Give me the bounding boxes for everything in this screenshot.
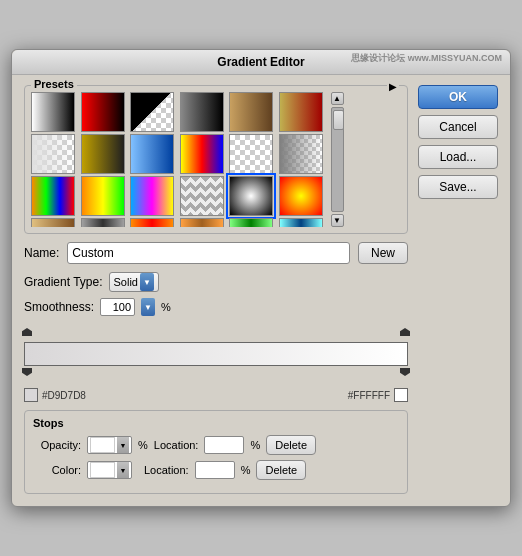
list-item[interactable] — [180, 134, 224, 174]
list-item[interactable] — [31, 176, 75, 216]
gradient-type-label: Gradient Type: — [24, 275, 103, 289]
scroll-down-button[interactable]: ▼ — [331, 214, 344, 227]
presets-grid — [31, 92, 326, 227]
list-item[interactable] — [180, 176, 224, 216]
presets-title: Presets — [31, 78, 77, 90]
load-button[interactable]: Load... — [418, 145, 498, 169]
list-item[interactable] — [279, 218, 323, 227]
scroll-track — [331, 107, 344, 212]
list-item[interactable] — [31, 218, 75, 227]
list-item[interactable] — [180, 218, 224, 227]
smoothness-input[interactable] — [100, 298, 135, 316]
opacity-location-unit: % — [250, 439, 260, 451]
color-stop-right[interactable] — [400, 368, 410, 376]
right-color-swatch — [394, 388, 408, 402]
list-item[interactable] — [81, 218, 125, 227]
name-input[interactable] — [67, 242, 350, 264]
cancel-button[interactable]: Cancel — [418, 115, 498, 139]
opacity-location-label: Location: — [154, 439, 199, 451]
color-delete-button[interactable]: Delete — [256, 460, 306, 480]
smoothness-dropdown-arrow[interactable]: ▼ — [141, 298, 155, 316]
smoothness-row: Smoothness: ▼ % — [24, 298, 408, 316]
list-item[interactable] — [229, 134, 273, 174]
save-button[interactable]: Save... — [418, 175, 498, 199]
gradient-type-value: Solid — [114, 276, 138, 288]
presets-menu-icon[interactable]: ▶ — [389, 81, 397, 92]
smoothness-unit: % — [161, 301, 171, 313]
presets-scrollbar: ▲ ▼ — [330, 92, 344, 227]
scroll-up-button[interactable]: ▲ — [331, 92, 344, 105]
color-dropdown-icon: ▼ — [117, 462, 129, 478]
presets-section: Presets ▶ — [24, 85, 408, 234]
list-item[interactable] — [229, 218, 273, 227]
window-title: Gradient Editor — [217, 55, 304, 69]
list-item[interactable] — [130, 176, 174, 216]
opacity-label: Opacity: — [33, 439, 81, 451]
list-item[interactable] — [130, 92, 174, 132]
right-color-value: #FFFFFF — [348, 390, 390, 401]
name-label: Name: — [24, 246, 59, 260]
list-item[interactable] — [31, 92, 75, 132]
right-color-indicator: #FFFFFF — [348, 388, 408, 402]
new-button[interactable]: New — [358, 242, 408, 264]
gradient-preview-bar[interactable] — [24, 342, 408, 366]
list-item[interactable] — [180, 92, 224, 132]
scroll-thumb[interactable] — [333, 110, 344, 130]
list-item[interactable] — [81, 134, 125, 174]
stops-section: Stops Opacity: ▼ % Location: % Delete — [24, 410, 408, 494]
gradient-editor-window: Gradient Editor 思缘设计论坛 www.MISSYUAN.COM … — [11, 49, 511, 507]
right-panel: OK Cancel Load... Save... — [418, 85, 498, 494]
color-location-input[interactable] — [195, 461, 235, 479]
color-stops-row: Color: ▼ Location: % Delete — [33, 460, 399, 480]
list-item[interactable] — [81, 92, 125, 132]
gradient-type-row: Gradient Type: Solid ▼ — [24, 272, 408, 292]
list-item[interactable] — [279, 134, 323, 174]
opacity-value-select[interactable]: ▼ — [87, 436, 132, 454]
left-panel: Presets ▶ — [24, 85, 408, 494]
color-location-label: Location: — [144, 464, 189, 476]
opacity-unit: % — [138, 439, 148, 451]
list-item[interactable] — [279, 92, 323, 132]
list-item[interactable] — [81, 176, 125, 216]
list-item[interactable] — [279, 176, 323, 216]
left-color-indicator: #D9D7D8 — [24, 388, 86, 402]
presets-container: ▲ ▼ — [31, 92, 401, 227]
list-item[interactable] — [31, 134, 75, 174]
opacity-stop-left[interactable] — [22, 328, 32, 336]
opacity-location-input[interactable] — [204, 436, 244, 454]
opacity-dropdown-icon: ▼ — [117, 437, 129, 453]
list-item[interactable] — [229, 92, 273, 132]
left-color-swatch — [24, 388, 38, 402]
gradient-type-select[interactable]: Solid ▼ — [109, 272, 159, 292]
opacity-stop-right[interactable] — [400, 328, 410, 336]
left-color-value: #D9D7D8 — [42, 390, 86, 401]
color-stop-left[interactable] — [22, 368, 32, 376]
bottom-markers — [24, 366, 408, 382]
gradient-bar-area — [24, 326, 408, 382]
smoothness-label: Smoothness: — [24, 300, 94, 314]
color-indicators: #D9D7D8 #FFFFFF — [24, 388, 408, 402]
top-markers — [24, 326, 408, 342]
list-item[interactable] — [229, 176, 273, 216]
opacity-delete-button[interactable]: Delete — [266, 435, 316, 455]
color-value-select[interactable]: ▼ — [87, 461, 132, 479]
gradient-type-arrow: ▼ — [140, 273, 154, 291]
watermark: 思缘设计论坛 www.MISSYUAN.COM — [351, 52, 502, 65]
title-bar: Gradient Editor 思缘设计论坛 www.MISSYUAN.COM — [12, 50, 510, 75]
stops-title: Stops — [33, 417, 399, 429]
ok-button[interactable]: OK — [418, 85, 498, 109]
list-item[interactable] — [130, 218, 174, 227]
name-row: Name: New — [24, 242, 408, 264]
opacity-stops-row: Opacity: ▼ % Location: % Delete — [33, 435, 399, 455]
list-item[interactable] — [130, 134, 174, 174]
color-stop-label: Color: — [33, 464, 81, 476]
color-location-unit: % — [241, 464, 251, 476]
